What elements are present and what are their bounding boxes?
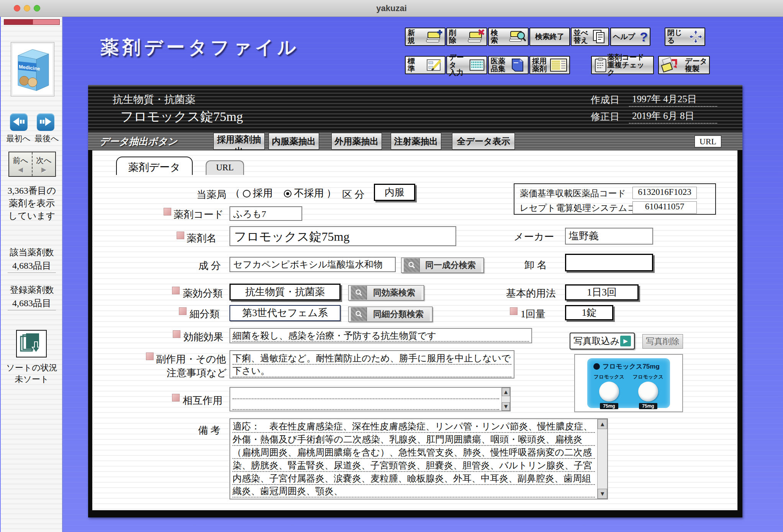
first-record-button[interactable] [10, 113, 28, 131]
keyboard-icon [469, 57, 485, 73]
code-duplicate-check-button[interactable]: 薬剤コード 重複チェック [591, 56, 654, 74]
drug-code-input[interactable]: ふろも7 [229, 206, 302, 221]
sort-status-value: 未ソート [1, 374, 63, 385]
effect-input[interactable]: 細菌を殺し、感染を治療・予防する抗生物質です [229, 328, 532, 343]
standard-view-button[interactable]: 標 準 [405, 56, 446, 74]
interaction-label: 相互作用 [183, 394, 223, 407]
next-arrow-icon: ▶ [41, 166, 46, 173]
dose-input[interactable]: 1錠 [565, 305, 613, 320]
close-arrows-icon [689, 29, 703, 44]
tablet-name-text: フロモックス [593, 374, 626, 380]
wholesaler-input[interactable] [565, 254, 653, 271]
category-value-button[interactable]: 内服 [374, 184, 415, 201]
wholesaler-label: 卸 名 [524, 258, 547, 272]
required-marker [164, 208, 171, 215]
last-record-icon [39, 117, 52, 127]
prev-arrow-icon: ◀ [18, 166, 23, 173]
tablet-name-text: フロモックス [632, 374, 665, 380]
maker-input[interactable]: 塩野義 [565, 228, 653, 245]
data-duplicate-button[interactable]: データ 複製 [658, 56, 710, 74]
drug-compendium-button[interactable]: 医薬 品集 [488, 56, 529, 74]
efficacy-class-input[interactable]: 抗生物質・抗菌薬 [229, 284, 341, 300]
not-adopt-label: 不採用 [294, 188, 324, 199]
usage-label: 基本的用法 [506, 287, 556, 300]
record-panel: 抗生物質・抗菌薬 フロモックス錠75mg 作成日 1997年 4月25日 修正日… [88, 85, 742, 517]
clipboard-icon [594, 57, 608, 73]
next-record-button[interactable]: 次へ ▶ [33, 152, 55, 176]
dose-label: 1回量 [521, 307, 545, 321]
help-question-icon: ? [640, 30, 648, 43]
same-efficacy-search-button[interactable]: 同効薬検索 [348, 285, 424, 300]
next-record-label: 次へ [36, 155, 51, 166]
delete-record-button[interactable]: 削 除 [446, 28, 487, 46]
book-icon [510, 57, 526, 73]
pharmacy-label: 当薬局 [197, 188, 226, 201]
filter-bar: データ抽出ボタン 採用薬剤抽出 内服薬抽出 外用薬抽出 注射薬抽出 全データ表示… [88, 132, 742, 150]
registered-count-label: 登録薬剤数 [1, 284, 63, 296]
scroll-up-icon[interactable]: ▲ [598, 419, 607, 429]
end-search-button[interactable]: 検索終了 [529, 28, 570, 46]
notebook-search-icon [508, 29, 526, 44]
divider [8, 310, 56, 310]
search-button[interactable]: 検 索 [488, 28, 529, 46]
maker-label: メーカー [514, 230, 554, 243]
tablet-image [599, 382, 619, 401]
filter-adopted-button[interactable]: 採用薬剤抽出 [213, 133, 265, 150]
filter-all-data-button[interactable]: 全データ表示 [452, 133, 515, 150]
ingredient-input[interactable]: セフカペンピボキシル塩酸塩水和物 [229, 257, 396, 272]
registered-count-value: 4,683品目 [1, 297, 63, 309]
adopted-drugs-button[interactable]: 採用 薬剤 [529, 56, 570, 74]
required-marker [172, 287, 180, 294]
tab-url[interactable]: URL [206, 160, 244, 175]
filter-bar-label: データ抽出ボタン [100, 135, 177, 148]
magnifier-icon [351, 286, 367, 300]
yakka-code-value[interactable]: 6132016F1023 [632, 187, 697, 199]
interaction-input[interactable]: ▲ ▼ [229, 387, 511, 411]
prev-record-button[interactable]: 前へ ◀ [9, 152, 33, 176]
form-pencil-icon [426, 57, 443, 73]
adoption-radio-group: （ 採用 不採用 ） [230, 186, 336, 200]
drug-name-input[interactable]: フロモックス錠75mg [229, 226, 456, 246]
scroll-up-icon[interactable]: ▲ [502, 388, 510, 396]
side-effect-label-line1: 副作用・その他 [156, 352, 226, 366]
window-title: yakuzai [0, 3, 783, 13]
remarks-scrollbar[interactable]: ▲ ▼ [597, 419, 607, 499]
blister-pack-image: フロモックス75mg フロモックス 75mg フロモックス 75mg [587, 358, 670, 408]
required-marker [510, 307, 518, 315]
required-marker [146, 352, 154, 360]
same-ingredient-search-button[interactable]: 同一成分検索 [401, 258, 484, 273]
scroll-down-icon[interactable]: ▼ [598, 489, 607, 499]
data-entry-button[interactable]: データ 入力 [446, 56, 487, 74]
window-titlebar[interactable]: yakuzai [0, 0, 783, 17]
magnifier-icon [351, 307, 367, 321]
help-button[interactable]: ヘルプ ? [610, 28, 650, 46]
tablet-image [638, 382, 658, 401]
matched-count-label: 該当薬剤数 [1, 246, 63, 258]
filter-injection-button[interactable]: 注射薬抽出 [391, 133, 441, 150]
receipt-code-value[interactable]: 610411057 [632, 201, 697, 214]
usage-input[interactable]: 1日3回 [565, 284, 639, 300]
filter-oral-button[interactable]: 内服薬抽出 [269, 133, 319, 150]
side-effect-input[interactable]: 下痢、過敏症など。耐性菌防止のため、勝手に服用を中止しないで 下さい。 [229, 350, 514, 379]
scroll-down-icon[interactable]: ▼ [502, 402, 510, 411]
subclass-input[interactable]: 第3世代セフェム系 [229, 305, 341, 321]
sort-button[interactable]: 並べ 替え [571, 28, 609, 46]
same-subclass-search-button[interactable]: 同細分類検索 [348, 307, 432, 322]
url-button[interactable]: URL [695, 135, 721, 147]
paren-close: ） [326, 188, 336, 199]
photo-import-button[interactable]: 写真取込み ▶ [570, 333, 635, 349]
drug-list-icon [550, 57, 567, 73]
filter-external-button[interactable]: 外用薬抽出 [331, 133, 382, 150]
radio-not-adopt[interactable] [284, 190, 292, 197]
remarks-input[interactable]: 適応： 表在性皮膚感染症、深在性皮膚感染症、リンパ管・リンパ節炎、慢性膿皮症、 … [229, 418, 608, 499]
interaction-scrollbar[interactable]: ▲ ▼ [501, 388, 510, 411]
subclass-label: 細分類 [190, 307, 220, 321]
notebook-plus-icon [425, 29, 443, 44]
last-record-button[interactable] [37, 113, 54, 131]
record-position-text: 3,363番目の 薬剤を表示 しています [1, 184, 63, 222]
tab-drug-data[interactable]: 薬剤データ [116, 157, 193, 175]
photo-delete-button[interactable]: 写真削除 [642, 334, 683, 349]
new-record-button[interactable]: 新 規 [405, 28, 446, 46]
close-layout-button[interactable]: 閉じる [665, 28, 705, 46]
radio-adopt[interactable] [243, 190, 251, 197]
